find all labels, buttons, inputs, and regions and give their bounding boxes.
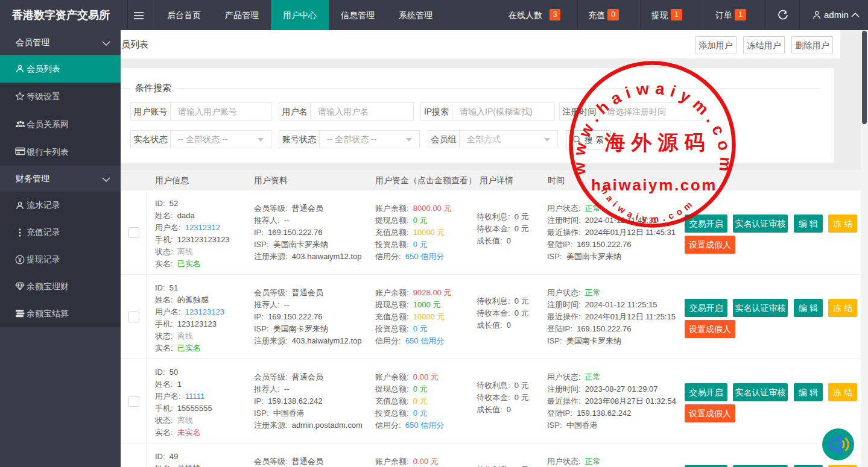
svg-text:www.haiwaiym.com: www.haiwaiym.com bbox=[570, 79, 735, 177]
svg-text:haiwaiym.com: haiwaiym.com bbox=[591, 176, 717, 194]
svg-text:海外源码: 海外源码 bbox=[604, 131, 711, 154]
